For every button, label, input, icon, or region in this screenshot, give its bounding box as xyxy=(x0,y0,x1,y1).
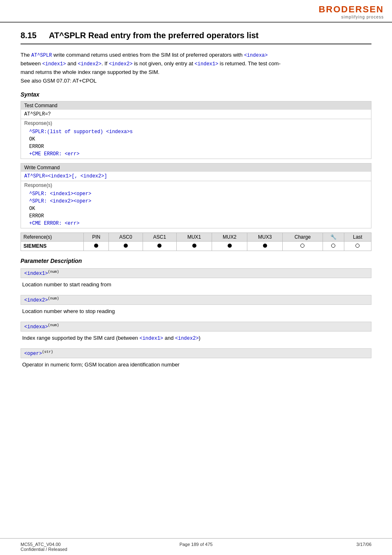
param-indexa-super: (num) xyxy=(48,323,59,327)
param-index1-desc: Location number to start reading from xyxy=(21,280,371,290)
ref-header-mux2: MUX2 xyxy=(212,233,247,241)
desc-index2-2: <index2> xyxy=(109,61,133,67)
param-index1-block: <index1>(num) Location number to start r… xyxy=(21,268,371,290)
param-index2-code: <index2> xyxy=(24,297,48,303)
desc-text-2: write command returns used entries from … xyxy=(52,52,244,58)
param-index2-super: (num) xyxy=(48,297,59,301)
resp-splr-1: ^SPLR: <index1><oper> xyxy=(29,191,91,197)
resp-indexa-s: ^SPLR:(list of supported) <indexa>s xyxy=(29,129,133,135)
desc-text-5: . If xyxy=(101,60,109,67)
param-index1-super: (num) xyxy=(48,270,59,274)
param-oper-code: <oper> xyxy=(24,351,42,357)
desc-text-6: is not given, only entry at xyxy=(133,60,195,67)
section-heading: 8.15 AT^SPLR Read entry from the preferr… xyxy=(21,31,371,44)
footer-date: 3/17/06 xyxy=(254,542,371,552)
param-oper-block: <oper>(str) Operator in numeric form; GS… xyxy=(21,348,371,370)
desc-index1-2: <index1> xyxy=(195,61,219,67)
indexa-index1-ref: <index1> xyxy=(139,336,163,341)
description-block: The AT^SPLR write command returns used e… xyxy=(21,51,371,85)
param-index1-name: <index1>(num) xyxy=(21,268,371,278)
ref-siemens-mux3 xyxy=(247,241,283,251)
test-response-label: Response(s) xyxy=(21,119,371,127)
param-indexa-code: <indexa> xyxy=(24,324,48,330)
ref-header-wrench: 🔧 xyxy=(323,233,344,241)
page-header: BRODERSEN simplifying process xyxy=(0,0,392,23)
resp-splr-2: ^SPLR: <index2><oper> xyxy=(29,198,91,204)
main-content: 8.15 AT^SPLR Read entry from the preferr… xyxy=(0,23,392,383)
param-index2-name: <index2>(num) xyxy=(21,295,371,305)
footer-left: MC55_ATC_V04.00 Confidential / Released xyxy=(21,542,138,552)
write-response-code: ^SPLR: <index1><oper> ^SPLR: <index2><op… xyxy=(21,189,371,228)
footer-doc-name: MC55_ATC_V04.00 xyxy=(21,542,138,547)
desc-seealso: See also GSM 07.07: AT+CPOL xyxy=(21,78,97,84)
dot-filled-icon xyxy=(94,244,98,248)
ref-header-mux3: MUX3 xyxy=(247,233,283,241)
footer-confidential: Confidential / Released xyxy=(21,547,138,552)
param-indexa-name: <indexa>(num) xyxy=(21,322,371,332)
desc-text-1: The xyxy=(21,52,31,58)
resp-cme-2: +CME ERROR: <err> xyxy=(29,221,79,226)
table-row: SIEMENS xyxy=(21,241,371,251)
test-response-code: ^SPLR:(list of supported) <indexa>s OK E… xyxy=(21,127,371,159)
resp-ok-2: OK xyxy=(29,206,35,212)
reference-table: Reference(s) PIN ASC0 ASC1 MUX1 MUX2 MUX… xyxy=(21,233,371,251)
dot-filled-icon xyxy=(124,244,128,248)
ref-header-pin: PIN xyxy=(83,233,108,241)
brand-name: BRODERSEN xyxy=(318,4,384,15)
syntax-heading: Syntax xyxy=(21,91,371,98)
resp-cme-1: +CME ERROR: <err> xyxy=(29,151,79,157)
ref-header-last: Last xyxy=(344,233,371,241)
param-oper-desc: Operator in numeric form; GSM location a… xyxy=(21,360,371,370)
desc-text-3: between xyxy=(21,60,42,67)
ref-siemens-name: SIEMENS xyxy=(21,241,84,251)
footer-page: Page 189 of 475 xyxy=(138,542,255,552)
write-command-code: AT^SPLR=<index1>[, <index2>] xyxy=(21,172,371,181)
resp-ok-1: OK xyxy=(29,136,35,142)
ref-siemens-mux1 xyxy=(177,241,212,251)
desc-command-link: AT^SPLR xyxy=(31,53,52,58)
indexa-desc-text1: Index range supported by the SIM card (b… xyxy=(22,335,139,341)
indexa-desc-close: ) xyxy=(199,335,201,341)
desc-text-4: and xyxy=(66,60,78,67)
test-command-label: Test Command xyxy=(21,101,371,110)
write-response-label: Response(s) xyxy=(21,181,371,189)
param-indexa-block: <indexa>(num) Index range supported by t… xyxy=(21,322,371,343)
ref-siemens-charge xyxy=(283,241,323,251)
indexa-index2-ref: <index2> xyxy=(175,336,199,341)
ref-siemens-pin xyxy=(83,241,108,251)
ref-header-name: Reference(s) xyxy=(21,233,84,241)
dot-filled-icon xyxy=(263,244,267,248)
param-oper-super: (str) xyxy=(42,350,53,354)
param-oper-name: <oper>(str) xyxy=(21,348,371,358)
test-command-box: Test Command AT^SPLR=? Response(s) ^SPLR… xyxy=(21,101,371,159)
param-index2-block: <index2>(num) Location number where to s… xyxy=(21,295,371,317)
ref-siemens-last xyxy=(344,241,371,251)
desc-indexa: <indexa> xyxy=(244,53,268,58)
ref-header-charge: Charge xyxy=(283,233,323,241)
ref-siemens-mux2 xyxy=(212,241,247,251)
write-command-box: Write Command AT^SPLR=<index1>[, <index2… xyxy=(21,163,371,228)
dot-empty-icon xyxy=(331,244,335,248)
section-number: 8.15 xyxy=(21,31,37,40)
ref-siemens-asc0 xyxy=(109,241,143,251)
resp-error-2: ERROR xyxy=(29,213,44,219)
param-index2-desc: Location number where to stop reading xyxy=(21,306,371,317)
param-description-heading: Parameter Description xyxy=(21,258,371,264)
section-title: AT^SPLR Read entry from the preferred op… xyxy=(49,31,258,40)
dot-filled-icon xyxy=(157,244,161,248)
logo: BRODERSEN simplifying process xyxy=(318,4,384,19)
write-command-label: Write Command xyxy=(21,164,371,172)
param-indexa-desc: Index range supported by the SIM card (b… xyxy=(21,333,371,343)
resp-error-1: ERROR xyxy=(29,144,44,150)
param-index1-code: <index1> xyxy=(24,271,48,276)
ref-header-asc1: ASC1 xyxy=(143,233,176,241)
dot-empty-icon xyxy=(300,244,304,248)
test-command-code: AT^SPLR=? xyxy=(21,110,371,119)
ref-siemens-asc1 xyxy=(143,241,176,251)
page-footer: MC55_ATC_V04.00 Confidential / Released … xyxy=(0,538,392,555)
ref-header-mux1: MUX1 xyxy=(177,233,212,241)
dot-filled-icon xyxy=(228,244,232,248)
brand-tagline: simplifying process xyxy=(318,15,384,19)
dot-empty-icon xyxy=(355,244,360,248)
desc-index2: <index2> xyxy=(78,61,101,67)
